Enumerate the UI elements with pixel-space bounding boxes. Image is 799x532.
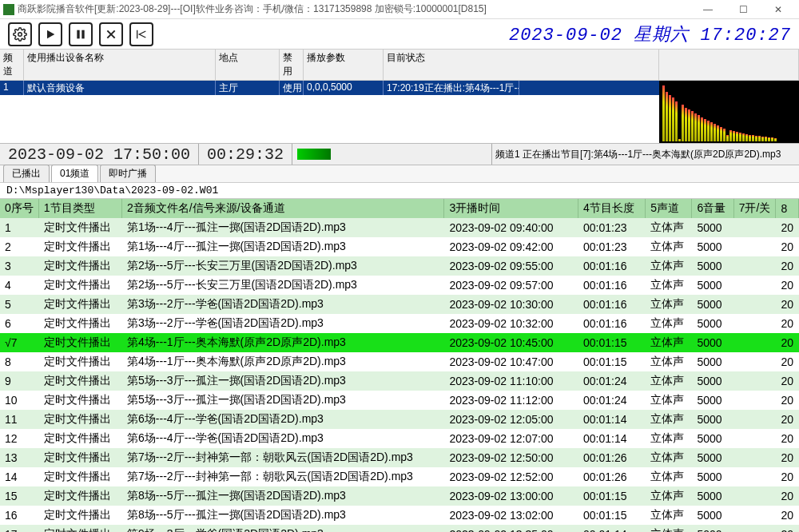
viz-bar (682, 105, 684, 141)
cell-sw (733, 467, 776, 486)
table-row[interactable]: 4定时文件播出第2场---5厅---长安三万里(国语2D国语2D).mp3202… (0, 276, 799, 295)
cell-vol: 5000 (692, 486, 733, 506)
window-title: 商跃影院播音软件[更新:2023-08-29]---[OI]软件业务咨询：手机/… (18, 2, 690, 16)
viz-bar (745, 134, 748, 141)
table-row[interactable]: 9定时文件播出第5场---3厅---孤注一掷(国语2D国语2D).mp32023… (0, 371, 799, 391)
cell-start: 2023-09-02 10:47:00 (444, 352, 578, 371)
cell-start: 2023-09-02 09:57:00 (444, 276, 578, 295)
cell-file: 第1场---4厅---孤注一掷(国语2D国语2D).mp3 (122, 218, 444, 237)
data-file-path: D:\Msplayer130\Data\2023-09-02.W01 (0, 183, 799, 199)
cell-dur: 00:01:15 (578, 352, 645, 371)
playlist-scroll[interactable]: 0序号 1节目类型 2音频文件名/信号来源/设备通道 3开播时间 4节目长度 5… (0, 199, 799, 532)
device-table-header: 频道 使用播出设备名称 地点 禁用 播放参数 目前状态 (0, 50, 799, 81)
cell-seq: 11 (0, 410, 38, 429)
table-row[interactable]: 15定时文件播出第8场---5厅---孤注一掷(国语2D国语2D).mp3202… (0, 486, 799, 506)
audio-visualizer (659, 81, 799, 143)
cell-dur: 00:01:24 (578, 391, 645, 410)
viz-bar (729, 130, 732, 141)
device-location: 主厅 (216, 81, 280, 95)
col-start[interactable]: 3开播时间 (444, 199, 578, 218)
table-row[interactable]: √7定时文件播出第4场---1厅---奥本海默(原声2D原声2D).mp3202… (0, 333, 799, 352)
table-row[interactable]: 13定时文件播出第7场---2厅---封神第一部：朝歌风云(国语2D国语2D).… (0, 448, 799, 467)
cell-misc: 20 (776, 218, 799, 237)
svg-rect-2 (77, 30, 79, 38)
tab-channel-01[interactable]: 01频道 (51, 165, 98, 182)
maximize-button[interactable]: ☐ (725, 0, 761, 19)
settings-button[interactable] (8, 22, 32, 46)
cell-sw (733, 218, 776, 237)
device-row[interactable]: 1 默认音频设备 主厅 使用 0,0,0,5000 17:20:19正在播出:第… (0, 81, 659, 95)
cell-start: 2023-09-02 12:50:00 (444, 448, 578, 467)
table-row[interactable]: 14定时文件播出第7场---2厅---封神第一部：朝歌风云(国语2D国语2D).… (0, 467, 799, 486)
viz-bar (675, 101, 678, 141)
cell-ch: 立体声 (646, 448, 692, 467)
back-button[interactable] (129, 22, 153, 46)
viz-bar (672, 97, 674, 141)
stop-button[interactable] (99, 22, 123, 46)
table-row[interactable]: 16定时文件播出第8场---5厅---孤注一掷(国语2D国语2D).mp3202… (0, 506, 799, 525)
viz-bar (678, 139, 681, 141)
col-location: 地点 (216, 50, 280, 80)
tab-instant-broadcast[interactable]: 即时广播 (100, 165, 156, 182)
table-row[interactable]: 10定时文件播出第5场---3厅---孤注一掷(国语2D国语2D).mp3202… (0, 391, 799, 410)
col-dur[interactable]: 4节目长度 (578, 199, 645, 218)
play-button[interactable] (38, 22, 62, 46)
table-row[interactable]: 17定时文件播出第9场---3厅---学爸(国语2D国语2D).mp32023-… (0, 525, 799, 532)
cell-type: 定时文件播出 (38, 371, 121, 391)
table-row[interactable]: 1定时文件播出第1场---4厅---孤注一掷(国语2D国语2D).mp32023… (0, 218, 799, 237)
progress-bar[interactable] (297, 149, 331, 160)
table-row[interactable]: 12定时文件播出第6场---4厅---学爸(国语2D国语2D).mp32023-… (0, 429, 799, 448)
cell-dur: 00:01:16 (578, 276, 645, 295)
col-misc[interactable]: 8 (776, 199, 799, 218)
cell-start: 2023-09-02 09:55:00 (444, 256, 578, 276)
viz-bar (752, 135, 754, 141)
cell-ch: 立体声 (646, 525, 692, 532)
cell-seq: 17 (0, 525, 38, 532)
col-sw[interactable]: 7开/关 (733, 199, 776, 218)
close-button[interactable]: ✕ (761, 0, 796, 19)
table-row[interactable]: 8定时文件播出第4场---1厅---奥本海默(原声2D原声2D).mp32023… (0, 352, 799, 371)
tab-played[interactable]: 已播出 (3, 165, 50, 182)
table-row[interactable]: 6定时文件播出第3场---2厅---学爸(国语2D国语2D).mp32023-0… (0, 314, 799, 333)
cell-vol: 5000 (692, 391, 733, 410)
cell-misc: 20 (776, 486, 799, 506)
viz-bar (704, 119, 706, 141)
cell-file: 第1场---4厅---孤注一掷(国语2D国语2D).mp3 (122, 237, 444, 256)
cell-vol: 5000 (692, 467, 733, 486)
pause-button[interactable] (69, 22, 93, 46)
cell-ch: 立体声 (646, 333, 692, 352)
back-arrow-icon (135, 28, 148, 41)
pause-icon (74, 28, 87, 41)
cell-sw (733, 371, 776, 391)
col-param: 播放参数 (304, 50, 384, 80)
cell-start: 2023-09-02 10:30:00 (444, 295, 578, 314)
cell-dur: 00:01:14 (578, 410, 645, 429)
col-viz (659, 50, 799, 80)
device-area: 1 默认音频设备 主厅 使用 0,0,0,5000 17:20:19正在播出:第… (0, 81, 799, 143)
playlist-header-row: 0序号 1节目类型 2音频文件名/信号来源/设备通道 3开播时间 4节目长度 5… (0, 199, 799, 218)
progress-slot (292, 144, 492, 165)
cell-ch: 立体声 (646, 410, 692, 429)
viz-bar (771, 137, 773, 141)
cell-file: 第7场---2厅---封神第一部：朝歌风云(国语2D国语2D).mp3 (122, 467, 444, 486)
cell-type: 定时文件播出 (38, 237, 121, 256)
col-vol[interactable]: 6音量 (692, 199, 733, 218)
table-row[interactable]: 2定时文件播出第1场---4厅---孤注一掷(国语2D国语2D).mp32023… (0, 237, 799, 256)
cell-sw (733, 391, 776, 410)
cell-dur: 00:01:24 (578, 371, 645, 391)
col-file[interactable]: 2音频文件名/信号来源/设备通道 (122, 199, 444, 218)
cell-start: 2023-09-02 09:40:00 (444, 218, 578, 237)
time-row: 2023-09-02 17:50:00 00:29:32 频道1 正在播出节目[… (0, 143, 799, 165)
table-row[interactable]: 11定时文件播出第6场---4厅---学爸(国语2D国语2D).mp32023-… (0, 410, 799, 429)
viz-bar (726, 135, 729, 141)
cell-seq: 13 (0, 448, 38, 467)
cell-seq: 6 (0, 314, 38, 333)
cell-seq: 5 (0, 295, 38, 314)
minimize-button[interactable]: — (690, 0, 725, 19)
viz-bar (749, 135, 751, 141)
table-row[interactable]: 3定时文件播出第2场---5厅---长安三万里(国语2D国语2D).mp3202… (0, 256, 799, 276)
col-ch[interactable]: 5声道 (646, 199, 692, 218)
table-row[interactable]: 5定时文件播出第3场---2厅---学爸(国语2D国语2D).mp32023-0… (0, 295, 799, 314)
col-type[interactable]: 1节目类型 (38, 199, 121, 218)
col-seq[interactable]: 0序号 (0, 199, 38, 218)
